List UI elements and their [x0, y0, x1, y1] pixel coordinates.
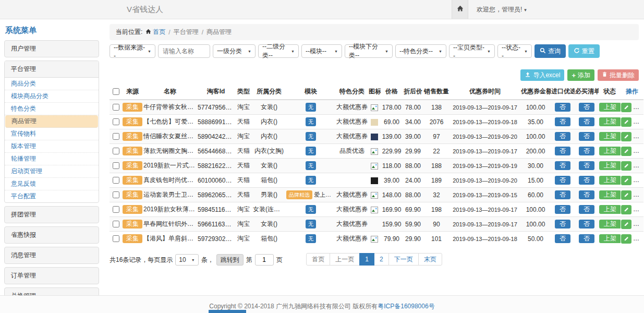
import-choice-toggle[interactable]: 否 [555, 234, 570, 243]
breadcrumb-item: 商品管理 [206, 28, 232, 37]
status-badge[interactable]: 上架 [599, 147, 621, 155]
status-badge[interactable]: 上架 [599, 103, 621, 112]
status-badge[interactable]: 上架 [599, 205, 621, 214]
edit-button[interactable] [621, 147, 631, 156]
filter-select-0[interactable]: --数据来源--▼ [110, 44, 155, 58]
row-checkbox[interactable] [113, 133, 119, 140]
edit-button[interactable] [621, 234, 631, 244]
import-choice-toggle[interactable]: 否 [555, 132, 570, 141]
sidebar-group-toggle[interactable]: 平台管理 [5, 61, 99, 78]
filter-select-6[interactable]: --特色分类--▼ [395, 44, 446, 58]
page-button-2[interactable]: 上一页 [330, 253, 360, 266]
row-checkbox[interactable] [113, 235, 119, 242]
batch-delete-button[interactable]: 批量删除 [598, 69, 639, 81]
filter-select-8[interactable]: --状态--▼ [497, 44, 532, 58]
sidebar-item[interactable]: 模块商品分类 [5, 90, 99, 103]
status-badge[interactable]: 上架 [599, 234, 621, 243]
coupon-amount-cell: 15.00 [520, 173, 551, 188]
page-button-3[interactable]: 1 [359, 253, 374, 266]
row-checkbox[interactable] [113, 148, 119, 154]
must-buy-toggle[interactable]: 否 [579, 147, 594, 155]
must-buy-toggle[interactable]: 否 [579, 103, 594, 112]
row-checkbox[interactable] [113, 191, 119, 198]
edit-button[interactable] [621, 205, 631, 214]
source-cell: 采集 [122, 232, 143, 246]
must-buy-toggle[interactable]: 否 [579, 132, 594, 141]
sidebar-item[interactable]: 特色分类 [5, 103, 99, 115]
filter-select-3[interactable]: --二级分类--▼ [258, 44, 299, 58]
status-badge[interactable]: 上架 [599, 161, 621, 170]
sidebar-item[interactable]: 商品管理 [5, 115, 98, 128]
icp-link[interactable]: 粤ICP备16098006号 [378, 303, 434, 310]
edit-button[interactable] [621, 103, 631, 112]
import-choice-toggle[interactable]: 否 [555, 220, 570, 228]
edit-button[interactable] [621, 220, 631, 229]
edit-button[interactable] [621, 190, 631, 200]
filter-select-7[interactable]: --宝贝类型--▼ [449, 44, 495, 58]
page-button-6[interactable]: 末页 [418, 253, 442, 266]
user-menu[interactable]: 欢迎您，管理员!▾ [477, 5, 527, 14]
import-choice-toggle[interactable]: 否 [555, 190, 570, 199]
must-buy-toggle[interactable]: 否 [579, 161, 594, 170]
sidebar-item[interactable]: 轮播管理 [5, 153, 99, 165]
page-button-5[interactable]: 下一页 [388, 253, 419, 266]
jump-to-button[interactable]: 跳转到 [216, 254, 244, 266]
filter-select-4[interactable]: --模块--▼ [301, 44, 342, 58]
edit-button[interactable] [621, 132, 631, 141]
edit-button[interactable] [621, 117, 631, 127]
row-checkbox[interactable] [113, 177, 119, 184]
row-checkbox[interactable] [113, 104, 119, 111]
status-badge[interactable]: 上架 [599, 190, 621, 199]
edit-button[interactable] [621, 176, 631, 185]
row-checkbox[interactable] [113, 118, 119, 125]
page-number-input[interactable] [255, 254, 274, 266]
page-button-4[interactable]: 2 [374, 253, 389, 266]
sidebar-item[interactable]: 消息管理 [4, 247, 99, 264]
must-buy-toggle[interactable]: 否 [579, 190, 594, 199]
filter-select-2[interactable]: 一级分类▼ [213, 44, 256, 58]
discount-price-cell: 24.00 [403, 173, 423, 188]
must-buy-toggle[interactable]: 否 [579, 234, 594, 243]
sidebar-item[interactable]: 宣传物料 [5, 128, 99, 140]
sidebar-item[interactable]: 版本管理 [5, 140, 99, 153]
sidebar-item[interactable]: 订单管理 [4, 267, 99, 284]
page-size-select[interactable]: 10▼ [175, 254, 198, 266]
must-buy-toggle[interactable]: 否 [579, 205, 594, 214]
sidebar-item[interactable]: 用户管理 [4, 40, 99, 57]
must-buy-toggle[interactable]: 否 [579, 220, 594, 228]
filter-select-value: --模块-- [306, 47, 326, 56]
must-buy-toggle[interactable]: 否 [579, 117, 594, 126]
home-button[interactable] [452, 0, 468, 19]
status-badge[interactable]: 上架 [599, 132, 621, 141]
status-badge[interactable]: 上架 [599, 176, 621, 185]
row-checkbox[interactable] [113, 162, 119, 169]
status-badge[interactable]: 上架 [599, 220, 621, 228]
module-cell: 无 [286, 144, 336, 159]
import-choice-toggle[interactable]: 否 [555, 205, 570, 214]
sidebar-item[interactable]: 启动页管理 [5, 165, 99, 178]
sidebar-item[interactable]: 平台配置 [5, 190, 99, 202]
import-choice-toggle[interactable]: 否 [555, 147, 570, 155]
add-button[interactable]: + 添加 [567, 69, 594, 81]
import-choice-toggle[interactable]: 否 [555, 103, 570, 112]
reset-button[interactable]: 重置 [568, 44, 600, 58]
import-choice-toggle[interactable]: 否 [555, 176, 570, 185]
page-button-1[interactable]: 首页 [306, 253, 330, 266]
must-buy-toggle[interactable]: 否 [579, 176, 594, 185]
import-excel-button[interactable]: 导入excel [520, 69, 564, 81]
edit-button[interactable] [621, 161, 631, 171]
sidebar-item[interactable]: 意见反馈 [5, 178, 99, 190]
search-button[interactable]: 查询 [534, 44, 566, 58]
breadcrumb-home-link[interactable]: 首页 [145, 28, 165, 37]
sidebar-item[interactable]: 拼团管理 [4, 206, 99, 223]
sidebar-item[interactable]: 商品分类 [5, 78, 99, 90]
row-checkbox[interactable] [113, 221, 119, 227]
sidebar-item[interactable]: 省惠快报 [4, 226, 99, 244]
filter-select-5[interactable]: --模块下分类--▼ [345, 44, 393, 58]
name-search-input[interactable] [158, 44, 210, 58]
status-badge[interactable]: 上架 [599, 117, 621, 126]
select-all-checkbox[interactable] [113, 88, 119, 95]
import-choice-toggle[interactable]: 否 [555, 161, 570, 170]
row-checkbox[interactable] [113, 206, 119, 213]
import-choice-toggle[interactable]: 否 [555, 117, 570, 126]
